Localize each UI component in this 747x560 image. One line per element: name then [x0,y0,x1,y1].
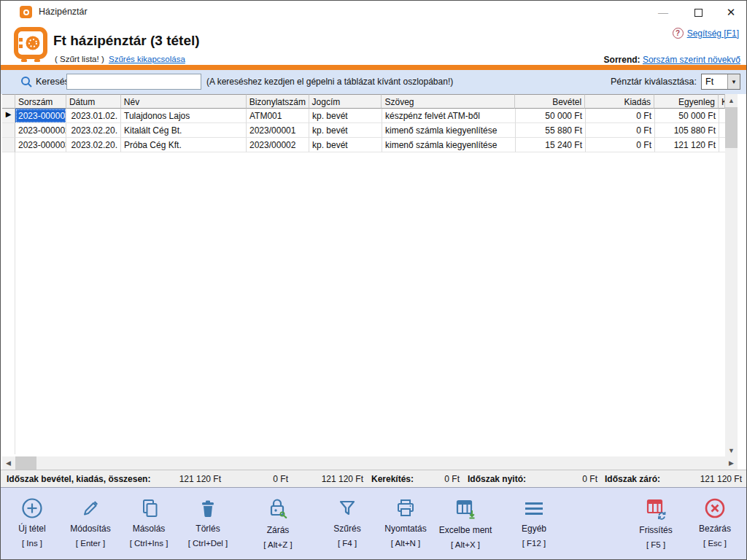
column-header[interactable]: Bevétel [515,94,585,109]
table-row[interactable]: 2023-000003 2023.02.20. Próba Cég Kft. 2… [2,138,725,152]
horizontal-scrollbar[interactable]: ◀ ▶ [2,456,738,470]
cell-nev[interactable]: Próba Cég Kft. [121,138,247,152]
row-selector [2,138,15,152]
cell-szoveg[interactable]: kimenő számla kiegyenlítése [382,123,516,138]
cell-datum[interactable]: 2023.02.20. [66,123,121,138]
lock-key-icon [266,497,290,521]
pencil-icon [79,497,102,520]
header: Ft házipénztár (3 tétel) ( Szűrt lista! … [1,23,746,65]
kerekites-label: Kerekítés: [371,474,414,484]
cell-bevetel[interactable]: 15 240 Ft [516,138,586,152]
safe-icon [14,27,47,63]
column-header[interactable]: Dátum [66,94,121,109]
delete-button[interactable]: Törlés [ Ctrl+Del ] [177,488,239,560]
cash-register-select[interactable]: Ft ▼ [701,74,740,90]
column-header[interactable]: Sorszám [15,94,66,109]
cell-szoveg[interactable]: kimenő számla kiegyenlítése [382,138,516,152]
modify-button[interactable]: Módosítás [ Enter ] [60,488,121,560]
minimize-button[interactable]: — [649,4,677,21]
cell-jogcim[interactable]: kp. bevét [309,138,382,152]
table-row[interactable]: ▶ 2023-000001 2023.01.02. Tulajdonos Laj… [2,109,725,123]
scroll-down-icon[interactable]: ▼ [725,444,738,456]
cell-bizonylatszam[interactable]: ATM001 [247,109,309,123]
table-row[interactable]: 2023-000002 2023.02.20. Kitalált Cég Bt.… [2,123,725,138]
row-selector-arrow-icon: ▶ [2,109,15,123]
title-bar: Házipénztár — ✕ [1,1,746,23]
cell-partial [719,123,725,138]
summary-osszesen: 121 120 Ft [301,474,363,484]
close-button[interactable]: ✕ [717,4,745,21]
cell-jogcim[interactable]: kp. bevét [309,109,382,123]
search-icon [20,76,33,88]
filter-off-link[interactable]: Szűrés kikapcsolása [109,55,185,63]
cell-kiadas[interactable]: 0 Ft [586,123,655,138]
export-excel-button[interactable]: Excelbe ment [ Alt+X ] [435,488,496,560]
cell-sorszam[interactable]: 2023-000003 [15,138,66,152]
filtered-list-note: ( Szűrt lista! ) [55,55,104,63]
print-button[interactable]: Nyomtatás [ Alt+N ] [375,488,436,560]
sort-link[interactable]: Sorszám szerint növekvő [643,55,740,65]
column-header[interactable]: Bizonylatszám [247,94,309,109]
cell-nev[interactable]: Tulajdonos Lajos [121,109,247,123]
cell-sorszam[interactable]: 2023-000002 [15,123,66,138]
cell-egyenleg[interactable]: 105 880 Ft [655,123,719,138]
filter-button[interactable]: Szűrés [ F4 ] [317,488,378,560]
cell-jogcim[interactable]: kp. bevét [309,123,382,138]
search-bar: Keresés: (A kereséshez kezdjen el gépeln… [1,70,746,94]
column-header[interactable]: Név [121,94,247,109]
column-header[interactable]: K [719,94,725,109]
scroll-right-icon[interactable]: ▶ [725,456,738,470]
maximize-button[interactable] [684,4,712,21]
cell-egyenleg[interactable]: 50 000 Ft [655,109,719,123]
closing-button[interactable]: Zárás [ Alt+Z ] [247,488,309,560]
plus-circle-icon [20,497,44,520]
selector-column-header [2,94,15,109]
close-app-button[interactable]: Bezárás [ Esc ] [684,488,746,560]
question-mark-icon: ? [673,28,684,39]
other-button[interactable]: Egyéb [ F12 ] [503,488,565,560]
vertical-scrollbar-thumb[interactable] [725,107,738,148]
column-header[interactable]: Szöveg [382,94,515,109]
copy-button[interactable]: Másolás [ Ctrl+Ins ] [118,488,179,560]
column-header[interactable]: Egyenleg [654,94,719,109]
scroll-up-icon[interactable]: ▲ [725,94,738,106]
cell-datum[interactable]: 2023.01.02. [66,109,121,123]
cell-sorszam[interactable]: 2023-000001 [15,109,66,123]
trash-icon [196,497,220,520]
new-item-button[interactable]: Új tétel [ Ins ] [1,488,63,560]
zaro-label: Időszak záró: [605,474,660,484]
column-header[interactable]: Kiadás [585,94,654,109]
summary-kiadas: 0 Ft [241,474,288,484]
cell-szoveg[interactable]: készpénz felvét ATM-ből [382,109,516,123]
transactions-table: Sorszám Dátum Név Bizonylatszám Jogcím S… [2,94,725,152]
cell-datum[interactable]: 2023.02.20. [66,138,121,152]
copy-icon [137,497,160,520]
page-title: Ft házipénztár (3 tétel) [53,33,200,49]
cell-nev[interactable]: Kitalált Cég Bt. [121,123,247,138]
table-header-row: Sorszám Dátum Név Bizonylatszám Jogcím S… [2,94,725,109]
filter-icon [336,497,359,520]
column-header[interactable]: Jogcím [309,94,382,109]
menu-icon [522,497,546,520]
cell-bevetel[interactable]: 55 880 Ft [516,123,586,138]
cash-register-selected-value: Ft [705,77,713,87]
search-hint: (A kereséshez kezdjen el gépelni a táblá… [206,77,453,87]
scroll-left-icon[interactable]: ◀ [2,456,15,470]
chevron-down-icon[interactable]: ▼ [727,74,740,89]
kerekites-value: 0 Ft [418,474,460,484]
cell-bizonylatszam[interactable]: 2023/00001 [247,123,309,138]
cell-egyenleg[interactable]: 121 120 Ft [655,138,719,152]
help-link[interactable]: Segítség [F1] [687,28,739,39]
cell-kiadas[interactable]: 0 Ft [586,109,655,123]
search-input[interactable] [66,74,201,90]
nyito-label: Időszak nyitó: [468,474,526,484]
vertical-scrollbar[interactable]: ▲ ▼ [725,94,738,456]
bottom-toolbar: Új tétel [ Ins ] Módosítás [ Enter ] Más… [1,488,746,560]
sort-label: Sorrend: [604,55,640,65]
cell-bevetel[interactable]: 50 000 Ft [516,109,586,123]
horizontal-scrollbar-thumb[interactable] [15,456,36,470]
cell-bizonylatszam[interactable]: 2023/00002 [247,138,309,152]
refresh-button[interactable]: Frissítés [ F5 ] [625,488,686,560]
cell-kiadas[interactable]: 0 Ft [586,138,655,152]
app-window: Házipénztár — ✕ Ft házipénztár (3 tétel)… [0,0,747,560]
